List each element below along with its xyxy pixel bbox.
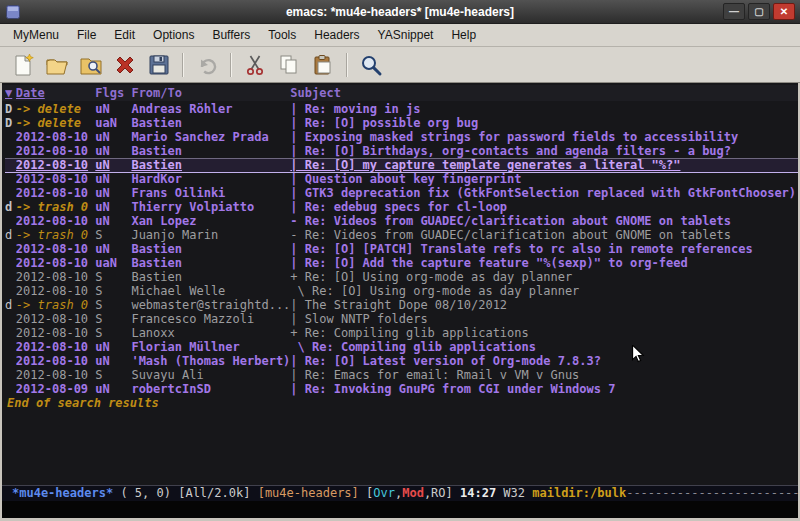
- message-row[interactable]: 2012-08-10 uN 'Mash (Thomas Herbert) | R…: [5, 354, 798, 368]
- message-mark: [5, 312, 16, 326]
- message-from: Bastien: [131, 116, 290, 130]
- message-subject: | Question about key fingerprint: [290, 172, 798, 186]
- open-file-button[interactable]: [41, 50, 73, 80]
- message-row[interactable]: 2012-08-10 uN Xan Lopez - Re: Videos fro…: [5, 214, 798, 228]
- message-row[interactable]: 2012-08-10 uN Bastien | Re: [O] my captu…: [5, 158, 798, 172]
- message-mark: [5, 256, 16, 270]
- message-from: Suvayu Ali: [131, 368, 290, 382]
- message-row[interactable]: 2012-08-10 S Francesco Mazzoli | Slow NN…: [5, 312, 798, 326]
- message-mark: D: [5, 116, 16, 130]
- dired-button[interactable]: [75, 50, 107, 80]
- message-mark: [5, 186, 16, 200]
- message-row[interactable]: d -> trash 0 S Juanjo Marin - Re: Videos…: [5, 228, 798, 242]
- message-row[interactable]: 2012-08-10 uN HardKor | Question about k…: [5, 172, 798, 186]
- message-row[interactable]: 2012-08-10 uN Frans Oilinki | GTK3 depre…: [5, 186, 798, 200]
- maximize-button[interactable]: ▢: [748, 3, 770, 20]
- column-header-from[interactable]: From/To: [131, 86, 290, 101]
- menu-item-yasnippet[interactable]: YASnippet: [369, 25, 443, 45]
- message-from: Michael Welle: [131, 284, 290, 298]
- column-header-subject[interactable]: Subject: [290, 86, 798, 101]
- menu-item-headers[interactable]: Headers: [305, 25, 368, 45]
- message-row[interactable]: 2012-08-10 uN Bastien | Re: [O] Birthday…: [5, 144, 798, 158]
- message-row[interactable]: 2012-08-10 S Bastien + Re: [O] Using org…: [5, 270, 798, 284]
- message-from: Florian Müllner: [131, 340, 290, 354]
- message-subject: + Re: [O] Using org-mode as day planner: [290, 270, 798, 284]
- message-from: Mario Sanchez Prada: [131, 130, 290, 144]
- menu-item-mymenu[interactable]: MyMenu: [4, 25, 68, 45]
- message-date: 2012-08-10: [16, 172, 95, 186]
- message-from: robertcInSD: [131, 382, 290, 396]
- message-date: 2012-08-10: [16, 312, 95, 326]
- cut-button[interactable]: [239, 50, 271, 80]
- message-flags: S: [95, 298, 131, 312]
- menu-item-help[interactable]: Help: [442, 25, 485, 45]
- minibuffer[interactable]: [2, 501, 798, 518]
- cut-icon: [243, 53, 267, 77]
- menu-item-tools[interactable]: Tools: [259, 25, 305, 45]
- message-flags: S: [95, 368, 131, 382]
- message-row[interactable]: 2012-08-10 uN Mario Sanchez Prada | Expo…: [5, 130, 798, 144]
- message-row[interactable]: D -> delete uaN Bastien | Re: [O] possib…: [5, 116, 798, 130]
- message-from: HardKor: [131, 172, 290, 186]
- message-subject: | Re: [O] Latest version of Org-mode 7.8…: [290, 354, 798, 368]
- message-date: 2012-08-10: [16, 158, 95, 172]
- message-flags: S: [95, 228, 131, 242]
- message-subject: - Re: Videos from GUADEC/clarification a…: [290, 214, 798, 228]
- message-mark: d: [5, 228, 16, 242]
- message-flags: S: [95, 284, 131, 298]
- undo-icon: [195, 53, 219, 77]
- message-date: -> trash 0: [16, 228, 95, 242]
- message-flags: uN: [95, 214, 131, 228]
- message-row[interactable]: 2012-08-10 S Lanoxx + Re: Compiling glib…: [5, 326, 798, 340]
- search-button[interactable]: [355, 50, 387, 80]
- dired-icon: [79, 53, 103, 77]
- menu-item-edit[interactable]: Edit: [105, 25, 144, 45]
- message-row[interactable]: 2012-08-10 uN Bastien | Re: [O] [PATCH] …: [5, 242, 798, 256]
- column-header-flags[interactable]: Flgs: [95, 86, 131, 101]
- message-flags: uN: [95, 158, 131, 172]
- toolbar: [0, 47, 800, 83]
- titlebar[interactable]: emacs: *mu4e-headers* [mu4e-headers] — ▢…: [0, 0, 800, 24]
- window-title: emacs: *mu4e-headers* [mu4e-headers]: [0, 5, 800, 19]
- message-row[interactable]: 2012-08-10 S Suvayu Ali | Re: Emacs for …: [5, 368, 798, 382]
- paste-button[interactable]: [307, 50, 339, 80]
- message-subject: | Re: [O] [PATCH] Translate refs to rc a…: [290, 242, 798, 256]
- message-row[interactable]: D -> delete uN Andreas Röhler | Re: movi…: [5, 102, 798, 116]
- emacs-window: emacs: *mu4e-headers* [mu4e-headers] — ▢…: [0, 0, 800, 521]
- minimize-button[interactable]: —: [723, 3, 745, 20]
- column-header-date[interactable]: Date: [16, 86, 95, 101]
- message-from: Juanjo Marin: [131, 228, 290, 242]
- message-row[interactable]: 2012-08-09 uN robertcInSD | Re: Invoking…: [5, 382, 798, 396]
- message-row[interactable]: d -> trash 0 S webmaster@straightd... | …: [5, 298, 798, 312]
- menu-item-options[interactable]: Options: [144, 25, 203, 45]
- menu-item-buffers[interactable]: Buffers: [203, 25, 259, 45]
- message-from: Francesco Mazzoli: [131, 312, 290, 326]
- message-date: 2012-08-10: [16, 326, 95, 340]
- menubar: MyMenuFileEditOptionsBuffersToolsHeaders…: [0, 24, 800, 47]
- new-file-icon: [11, 53, 35, 77]
- close-button[interactable]: ✕: [773, 3, 795, 20]
- new-file-button[interactable]: [7, 50, 39, 80]
- message-row[interactable]: d -> trash 0 uN Thierry Volpiatto | Re: …: [5, 200, 798, 214]
- sort-indicator-icon[interactable]: ▼: [5, 86, 16, 101]
- message-mark: [5, 326, 16, 340]
- toolbar-separator: [182, 53, 184, 77]
- message-subject: | Re: edebug specs for cl-loop: [290, 200, 798, 214]
- message-row[interactable]: 2012-08-10 uaN Bastien | Re: [O] Add the…: [5, 256, 798, 270]
- message-row[interactable]: 2012-08-10 S Michael Welle \ Re: [O] Usi…: [5, 284, 798, 298]
- save-button[interactable]: [143, 50, 175, 80]
- message-flags: uN: [95, 340, 131, 354]
- message-date: -> trash 0: [16, 298, 95, 312]
- message-subject: | Re: [O] possible org bug: [290, 116, 798, 130]
- menu-item-file[interactable]: File: [68, 25, 105, 45]
- message-row[interactable]: 2012-08-10 uN Florian Müllner \ Re: Comp…: [5, 340, 798, 354]
- message-date: -> delete: [16, 116, 95, 130]
- toolbar-separator: [230, 53, 232, 77]
- kill-buffer-button[interactable]: [109, 50, 141, 80]
- message-from: Bastien: [131, 256, 290, 270]
- modeline-segment-folder: maildir:/bulk: [532, 486, 626, 500]
- copy-button[interactable]: [273, 50, 305, 80]
- modeline-segment-buffer-name: *mu4e-headers*: [12, 486, 113, 500]
- message-date: 2012-08-10: [16, 144, 95, 158]
- message-from: Andreas Röhler: [131, 102, 290, 116]
